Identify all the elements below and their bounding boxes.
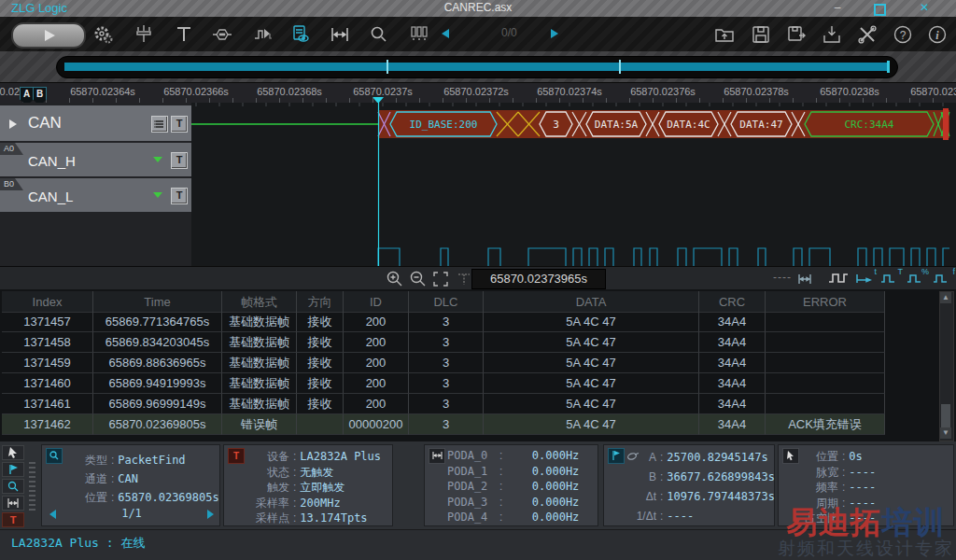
flag-tool-button[interactable] (2, 462, 24, 477)
goto-trigger-icon[interactable] (455, 270, 473, 288)
duty-cycle-icon[interactable]: % (906, 270, 928, 287)
channel-tag-b0: B0 (0, 178, 23, 190)
table-row[interactable]: 137145765869.771364765s基础数据帧接收20035A 4C … (2, 312, 885, 332)
frequency-measure-icon[interactable]: f (932, 270, 954, 287)
info-icon[interactable]: i (927, 24, 948, 45)
span-tool-button[interactable] (2, 496, 24, 511)
glitch-filter-icon[interactable] (134, 24, 154, 45)
frame-list-button[interactable] (151, 116, 168, 133)
table-cell: 34A4 (699, 394, 766, 414)
minimize-button[interactable]: – (823, 0, 851, 16)
span-measure-icon[interactable] (795, 270, 814, 288)
export-download-icon[interactable] (822, 24, 842, 45)
info-row: 周期:---- (794, 496, 876, 511)
ruler-label: 65870.02368s (257, 86, 322, 97)
info-row: A:25700.82945147s (608, 451, 768, 464)
zoom-in-icon[interactable] (386, 270, 404, 288)
table-cell: 接收 (297, 353, 344, 373)
info-row: 类型:PacketFind (74, 453, 186, 469)
channel-trigger-button[interactable]: T (171, 152, 188, 169)
save-as-icon[interactable] (787, 24, 808, 45)
overview-range-bar[interactable] (56, 56, 898, 78)
table-cell: 34A4 (699, 373, 766, 394)
waveform-canvas[interactable]: ID_BASE:2003DATA:5ADATA:4CDATA:47CRC:34A… (191, 103, 956, 266)
scroll-up-button[interactable]: ▲ (940, 292, 951, 303)
svg-text:ID_BASE:200: ID_BASE:200 (410, 119, 478, 131)
svg-text:i: i (935, 29, 939, 42)
trigger-tool-button[interactable]: T (2, 512, 24, 527)
table-body: 137145765869.771364765s基础数据帧接收20035A 4C … (2, 312, 885, 435)
start-capture-button[interactable] (11, 22, 86, 49)
zoom-fit-icon[interactable] (431, 270, 450, 288)
edge-count-icon[interactable] (827, 270, 850, 287)
next-result-button[interactable] (551, 29, 558, 38)
measure-span-icon[interactable] (330, 24, 350, 45)
table-cell: 200 (344, 312, 409, 332)
table-cell: 3 (409, 312, 484, 332)
trigger-t-icon[interactable] (174, 24, 194, 45)
tools-icon[interactable] (857, 24, 878, 45)
pulse-width-icon[interactable]: t (853, 270, 876, 287)
search-icon[interactable] (369, 24, 389, 45)
close-button[interactable]: ✕ (910, 0, 938, 16)
zoom-out-icon[interactable] (409, 270, 428, 288)
table-row[interactable]: 137145965869.88636965s基础数据帧接收20035A 4C 4… (2, 353, 885, 373)
marker-flag-b[interactable]: B (33, 87, 47, 104)
info-row: 状态:无触发 (245, 465, 333, 481)
settings-gear-icon[interactable] (92, 24, 113, 45)
result-counter: 0/0 (501, 26, 517, 39)
table-cell: 基础数据帧 (222, 373, 297, 394)
table-scrollbar[interactable]: ▲ ▼ (939, 291, 954, 441)
channel-row-can-h[interactable]: A0 CAN_H T (0, 143, 191, 176)
table-header-cell: Index (2, 291, 93, 313)
help-icon[interactable]: ? (893, 24, 913, 45)
expand-arrow-icon[interactable] (9, 119, 17, 129)
scroll-thumb[interactable] (941, 404, 950, 428)
period-measure-icon[interactable]: T (879, 270, 902, 287)
table-cell: 1371460 (2, 373, 93, 394)
table-row[interactable]: 137146265870.02369805s错误帧0000020035A 4C … (2, 414, 885, 435)
time-ruler[interactable]: 65870.02362s65870.02364s65870.02366s6587… (0, 82, 956, 104)
chevron-down-icon[interactable] (153, 157, 162, 162)
table-header-cell: 方向 (297, 291, 344, 313)
table-cell: 错误帧 (222, 414, 297, 435)
info-row: PODA_1:0.000Hz (447, 465, 579, 478)
waveform-area[interactable]: ID_BASE:2003DATA:5ADATA:4CDATA:47CRC:34A… (0, 103, 956, 266)
channel-trigger-button[interactable]: T (171, 188, 188, 204)
channel-trigger-button[interactable]: T (171, 116, 188, 133)
channel-row-can-l[interactable]: B0 CAN_L T (0, 178, 191, 212)
status-bar: LA2832A Plus : 在线 (0, 529, 956, 560)
open-file-icon[interactable] (714, 24, 735, 45)
pager-next-icon[interactable] (207, 510, 214, 519)
info-row: PODA_0:0.000Hz (447, 449, 579, 462)
overview-data-bar (64, 63, 890, 71)
table-cell: 65870.02369805s (93, 414, 222, 435)
table-cell (766, 332, 885, 353)
table-row[interactable]: 137145865869.834203045s基础数据帧接收20035A 4C … (2, 332, 885, 353)
list-view-eye-icon[interactable] (291, 24, 312, 45)
table-row[interactable]: 137146065869.94919993s基础数据帧接收20035A 4C 4… (2, 373, 885, 394)
chevron-down-icon[interactable] (153, 192, 162, 198)
channel-row-can[interactable]: CAN T (0, 105, 191, 141)
protocol-decode-icon[interactable] (212, 24, 232, 45)
scroll-down-button[interactable]: ▼ (940, 427, 951, 439)
marker-flag-a[interactable]: A (20, 87, 34, 104)
overview-right-handle[interactable] (887, 61, 890, 73)
svg-text:?: ? (900, 29, 907, 42)
pulse-trigger-icon[interactable] (254, 24, 274, 45)
save-icon[interactable] (751, 24, 771, 45)
table-cell: 200 (344, 373, 409, 394)
table-row[interactable]: 137146165869.96999149s基础数据帧接收20035A 4C 4… (2, 394, 885, 414)
prev-result-button[interactable] (442, 29, 449, 38)
panel-drag-handle[interactable] (29, 462, 35, 511)
table-header-cell: CRC (699, 291, 766, 313)
channel-panes-icon[interactable] (409, 24, 429, 45)
table-cell (766, 373, 885, 394)
info-row: 占空比:---- (794, 511, 876, 526)
pointer-tool-button[interactable] (2, 445, 24, 460)
search-tool-button[interactable] (2, 479, 24, 494)
cursor-time-display: 65870.02373965s (471, 269, 606, 289)
table-cell: 34A4 (699, 332, 766, 353)
maximize-button[interactable] (874, 4, 886, 16)
table-cell: 1371457 (2, 312, 93, 332)
